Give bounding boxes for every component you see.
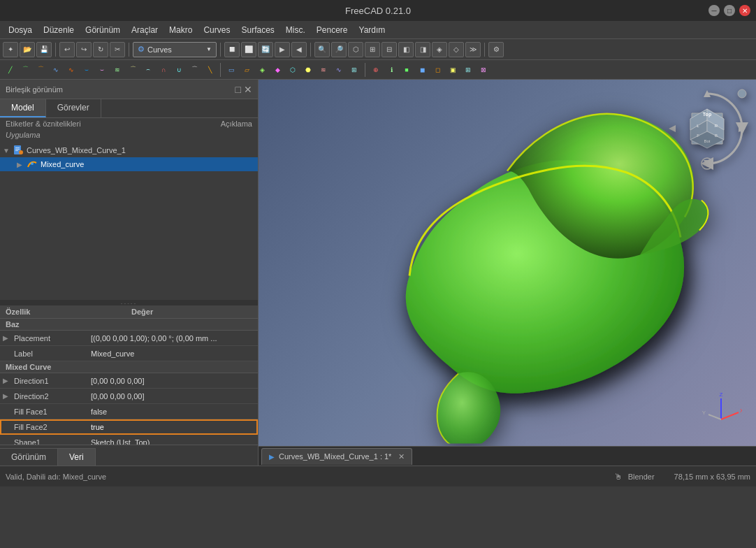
surface-tool-6[interactable]: ⬣: [301, 63, 315, 77]
prop-row-fillface1[interactable]: Fill Face1 false: [0, 404, 258, 419]
refresh-button[interactable]: ↻: [93, 42, 108, 57]
workbench-label: Curves: [147, 45, 172, 54]
prop-row-direction1[interactable]: ▶ Direction1 [0,00 0,00 0,00]: [0, 373, 258, 389]
menu-misc[interactable]: Misc.: [280, 24, 311, 36]
misc-tool-1[interactable]: ⊕: [369, 63, 383, 77]
view-front-button[interactable]: ▶: [275, 42, 290, 57]
view-top-button[interactable]: ⊞: [365, 42, 380, 57]
view-iso2-button[interactable]: ◇: [449, 42, 464, 57]
menu-pencere[interactable]: Pencere: [311, 24, 354, 36]
surface-tool-5[interactable]: ⬡: [286, 63, 300, 77]
maximize-button[interactable]: □: [724, 5, 735, 16]
menu-duzenle[interactable]: Düzenle: [38, 24, 80, 36]
misc-tool-2[interactable]: ℹ: [384, 63, 398, 77]
menu-curves[interactable]: Curves: [198, 24, 235, 36]
curve-tool-2[interactable]: ⌒: [18, 63, 32, 77]
properties-panel: Baz ▶ Placement [(0,00 0,00 1,00); 0,00 …: [0, 319, 258, 445]
settings-button[interactable]: ⚙: [488, 42, 504, 57]
curve-tool-3[interactable]: ⌒: [34, 63, 48, 77]
view-rotate-button[interactable]: 🔄: [258, 42, 273, 57]
view-back-button[interactable]: ◀: [291, 42, 307, 57]
prop-row-shape1[interactable]: Shape1 Sketch (Ust_Top): [0, 435, 258, 445]
misc-tool-7[interactable]: ⊞: [461, 63, 475, 77]
tab-tasks[interactable]: Görevler: [46, 99, 101, 117]
menu-makro[interactable]: Makro: [163, 24, 198, 36]
curve-tool-8[interactable]: ≋: [110, 63, 124, 77]
new-button[interactable]: ✦: [3, 42, 18, 57]
view-bottom-button[interactable]: ⊟: [381, 42, 397, 57]
tree-item-root[interactable]: ▼ Curves_WB_Mixed_Curve_1: [0, 143, 258, 157]
curve-tool-10[interactable]: ⌢: [141, 63, 155, 77]
curve-tool-7[interactable]: ⌣: [95, 63, 109, 77]
tab-model[interactable]: Model: [0, 99, 46, 117]
curve-tool-6[interactable]: ⌣: [80, 63, 94, 77]
prop-row-direction2[interactable]: ▶ Direction2 [0,00 0,00 0,00]: [0, 389, 258, 404]
panel-expand-button[interactable]: □: [235, 84, 241, 95]
surface-tool-7[interactable]: ≋: [317, 63, 330, 77]
view-left-button[interactable]: ◧: [398, 42, 414, 57]
misc-tool-3[interactable]: ■: [400, 63, 414, 77]
view-3d-button[interactable]: ⬡: [348, 42, 363, 57]
nav-corner-dot[interactable]: [738, 89, 746, 98]
menu-gorunum[interactable]: Görünüm: [80, 24, 126, 36]
view-right-button[interactable]: ◨: [415, 42, 430, 57]
surface-tool-9[interactable]: ⊞: [347, 63, 361, 77]
panel-divider: -----: [0, 300, 258, 305]
cut-button[interactable]: ✂: [110, 42, 125, 57]
tab-veri[interactable]: Veri: [58, 448, 96, 466]
close-button[interactable]: ✕: [739, 5, 750, 16]
undo-button[interactable]: ↩: [59, 42, 75, 57]
curve-tool-13[interactable]: ⌒: [187, 63, 201, 77]
prop-row-fillface2[interactable]: Fill Face2 true: [0, 419, 258, 435]
misc-tool-5[interactable]: ◻: [430, 63, 444, 77]
curve-tool-1[interactable]: ╱: [3, 63, 17, 77]
curve-tool-14[interactable]: ╲: [203, 63, 217, 77]
menu-araclar[interactable]: Araçlar: [126, 24, 163, 36]
curve-tool-5[interactable]: ∿: [64, 63, 78, 77]
viewport-tab-main[interactable]: ▶ Curves_WB_Mixed_Curve_1 : 1* ✕: [261, 448, 412, 465]
minimize-button[interactable]: ─: [708, 5, 720, 16]
save-button[interactable]: 💾: [36, 42, 52, 57]
surface-tool-2[interactable]: ▱: [240, 63, 254, 77]
misc-tool-6[interactable]: ▣: [446, 63, 460, 77]
open-button[interactable]: 📂: [20, 42, 35, 57]
menu-yardim[interactable]: Yardım: [354, 24, 391, 36]
zoom-in-button[interactable]: 🔎: [331, 42, 347, 57]
curve-tool-9[interactable]: ⌒: [126, 63, 140, 77]
3d-viewport[interactable]: Top L R F B Bot: [259, 80, 756, 446]
view-standard-button[interactable]: 🔲: [224, 42, 240, 57]
tab-gorunum[interactable]: Görünüm: [0, 448, 58, 466]
view-more-button[interactable]: ≫: [465, 42, 481, 57]
panel-close-button[interactable]: ✕: [244, 84, 252, 95]
curve-tool-11[interactable]: ∩: [157, 63, 170, 77]
svg-text:X: X: [740, 408, 742, 414]
tree-section-app: Uygulama: [0, 129, 258, 140]
surface-tool-3[interactable]: ◈: [255, 63, 269, 77]
svg-point-5: [31, 162, 34, 165]
misc-tool-4[interactable]: ◼: [415, 63, 429, 77]
curve-tool-4[interactable]: ∿: [49, 63, 63, 77]
expand-icon: ▼: [3, 147, 13, 154]
vtab-close-button[interactable]: ✕: [398, 452, 405, 461]
viewport-tabs: ▶ Curves_WB_Mixed_Curve_1 : 1* ✕: [259, 446, 756, 466]
surface-tool-4[interactable]: ◆: [270, 63, 284, 77]
tree-header: Etiketler & öznitelikleri Açıklama: [0, 118, 258, 129]
menu-dosya[interactable]: Dosya: [3, 24, 38, 36]
prop-value-placement: [(0,00 0,00 1,00); 0,00 °; (0,00 mm ...: [88, 333, 258, 344]
surface-tool-8[interactable]: ∿: [332, 63, 346, 77]
misc-tool-8[interactable]: ⊠: [477, 63, 490, 77]
workbench-dropdown[interactable]: ⚙ Curves ▼: [133, 42, 217, 57]
prop-name-label: Label: [11, 348, 88, 359]
view-iso-button[interactable]: ◈: [432, 42, 447, 57]
view-fit-button[interactable]: ⬜: [241, 42, 256, 57]
coord-indicator: Z X Y: [700, 388, 742, 432]
surface-tool-1[interactable]: ▭: [224, 63, 238, 77]
zoom-out-button[interactable]: 🔍: [314, 42, 330, 57]
curve-tool-12[interactable]: ∪: [172, 63, 186, 77]
prop-name-direction2: Direction2: [11, 391, 88, 402]
tree-item-mixed-curve[interactable]: ▶ Mixed_curve: [0, 157, 258, 171]
menu-surfaces[interactable]: Surfaces: [235, 24, 279, 36]
prop-row-placement[interactable]: ▶ Placement [(0,00 0,00 1,00); 0,00 °; (…: [0, 331, 258, 346]
prop-row-label[interactable]: Label Mixed_curve: [0, 346, 258, 361]
redo-button[interactable]: ↪: [76, 42, 92, 57]
